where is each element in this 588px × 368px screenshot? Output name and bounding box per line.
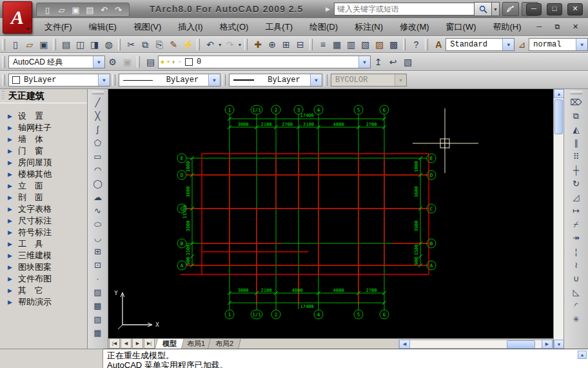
- hatch-button[interactable]: ▨: [90, 285, 106, 299]
- menu-view[interactable]: 视图(V): [125, 18, 170, 36]
- toolbar-grip[interactable]: [197, 39, 200, 50]
- tab-模型[interactable]: 模型: [155, 338, 184, 349]
- make-block-button[interactable]: ⊡: [90, 258, 106, 272]
- toolbar-grip[interactable]: [2, 39, 5, 50]
- viewport-freeze-icon[interactable]: ◐: [172, 59, 176, 66]
- minimize-button[interactable]: ─: [526, 3, 542, 15]
- first-tab-button[interactable]: |◀: [109, 338, 120, 349]
- zoom-window-button[interactable]: ⊞: [279, 37, 293, 52]
- copy-button[interactable]: ⧉: [138, 37, 152, 52]
- paste-button[interactable]: ⎘: [152, 37, 166, 52]
- fillet-button[interactable]: ◜: [569, 299, 584, 312]
- open-button[interactable]: ▱: [23, 37, 37, 52]
- ellipse-button[interactable]: ⬭: [90, 218, 106, 231]
- tool-palettes-button[interactable]: ▥: [344, 37, 358, 52]
- palette-header[interactable]: 天正建筑: [0, 89, 87, 103]
- scale-button[interactable]: ◿: [569, 190, 584, 204]
- layer-properties-manager-button[interactable]: ▤: [143, 55, 158, 69]
- redo-button[interactable]: ↷: [223, 37, 237, 52]
- dim-style-icon[interactable]: ⊿: [514, 37, 529, 52]
- close-button[interactable]: ✕: [567, 3, 583, 15]
- communication-center-button[interactable]: [502, 2, 519, 16]
- sidebar-item[interactable]: ▶帮助演示: [0, 296, 87, 308]
- sidebar-item[interactable]: ▶立 面: [0, 180, 87, 192]
- linetype-combobox[interactable]: ByLayer ▼: [119, 74, 220, 87]
- chevron-down-icon[interactable]: ▼: [208, 74, 220, 86]
- pan-button[interactable]: ✚: [251, 37, 265, 52]
- chevron-down-icon[interactable]: ▼: [358, 56, 370, 68]
- horizontal-scroll-thumb[interactable]: [507, 340, 535, 349]
- command-scroll-up-arrow[interactable]: ▲: [578, 351, 587, 359]
- chevron-down-icon[interactable]: ▼: [98, 74, 110, 86]
- markup-manager-button[interactable]: ▨: [373, 37, 387, 52]
- new-button[interactable]: ▯: [41, 5, 54, 15]
- undo-button[interactable]: ↶: [98, 5, 110, 15]
- command-window[interactable]: 正在重生成模型。AutoCAD 菜单实用程序已加载。 ▲: [103, 349, 588, 368]
- workspace-settings-button[interactable]: ⚙: [105, 55, 120, 69]
- sidebar-item[interactable]: ▶符号标注: [0, 227, 87, 238]
- dim-style-combobox[interactable]: normal▼: [529, 38, 588, 51]
- color-combobox[interactable]: ByLayer ▼: [8, 74, 110, 87]
- designcenter-button[interactable]: ▦: [330, 37, 344, 52]
- save-button[interactable]: ▣: [70, 5, 82, 15]
- stretch-button[interactable]: ↦: [569, 204, 584, 218]
- help-button[interactable]: ?: [409, 37, 423, 52]
- open-button[interactable]: ▱: [55, 5, 68, 15]
- construction-line-button[interactable]: ╳: [90, 109, 106, 123]
- undo-button[interactable]: ↶: [203, 37, 217, 52]
- vertical-scroll-thumb[interactable]: [554, 99, 563, 134]
- menu-dimension[interactable]: 标注(N): [346, 18, 391, 36]
- text-style-combobox[interactable]: Standard▼: [446, 38, 514, 51]
- menu-modify[interactable]: 修改(M): [391, 18, 438, 36]
- sidebar-item[interactable]: ▶房间屋顶: [0, 157, 87, 169]
- toolbar-grip[interactable]: [244, 39, 248, 50]
- maximize-button[interactable]: □: [547, 3, 562, 15]
- vertical-scrollbar[interactable]: ▲ ▼: [553, 89, 564, 349]
- region-button[interactable]: ▧: [90, 312, 106, 326]
- match-properties-button[interactable]: ✎: [166, 37, 181, 52]
- plot-button[interactable]: ▤: [59, 37, 74, 52]
- menu-help[interactable]: 帮助(H): [485, 18, 530, 36]
- bulb-icon[interactable]: ●: [161, 59, 164, 66]
- toolbar-grip[interactable]: [137, 56, 140, 68]
- mirror-button[interactable]: ◭: [569, 123, 584, 136]
- drawing-canvas[interactable]: 111/11/1223445566EEDDCCBBAA1740030002100…: [108, 89, 553, 338]
- toolbar-grip[interactable]: [118, 39, 121, 50]
- toolbar-grip[interactable]: [92, 91, 104, 94]
- scroll-right-arrow[interactable]: ▶: [542, 340, 553, 349]
- explode-button[interactable]: ✳: [569, 312, 584, 326]
- scroll-up-arrow[interactable]: ▲: [554, 89, 564, 98]
- menu-insert[interactable]: 插入(I): [170, 18, 211, 36]
- chamfer-button[interactable]: ◺: [569, 285, 584, 299]
- sidebar-item[interactable]: ▶剖 面: [0, 192, 87, 203]
- layer-states-button[interactable]: ▧: [400, 55, 415, 69]
- chevron-down-icon[interactable]: ▼: [576, 39, 587, 50]
- save-button[interactable]: ▣: [37, 37, 51, 52]
- sidebar-item[interactable]: ▶设 置: [0, 110, 87, 122]
- new-button[interactable]: ▯: [8, 37, 23, 52]
- toolbar-grip[interactable]: [222, 74, 226, 86]
- copy-button[interactable]: ⧉: [569, 109, 584, 123]
- mdi-minimize-button[interactable]: ─: [533, 22, 545, 32]
- layer-previous-button[interactable]: ↩: [386, 55, 400, 69]
- palette-grip[interactable]: [2, 91, 5, 101]
- menu-window[interactable]: 窗口(W): [438, 18, 485, 36]
- chevron-down-icon[interactable]: ▼: [310, 74, 322, 86]
- toolbar-grip[interactable]: [2, 74, 5, 86]
- chevron-down-icon[interactable]: ▼: [93, 56, 104, 68]
- extend-button[interactable]: ↠: [569, 231, 584, 245]
- undo-dropdown-caret[interactable]: ▼: [217, 37, 223, 52]
- block-editor-button[interactable]: ⚡: [181, 37, 195, 52]
- table-button[interactable]: ▦: [90, 326, 106, 340]
- toolbar-grip[interactable]: [324, 74, 328, 86]
- rotate-button[interactable]: ↻: [569, 177, 584, 190]
- gradient-button[interactable]: ▩: [90, 299, 106, 312]
- arc-button[interactable]: ◠: [90, 163, 106, 177]
- dwf-button[interactable]: ◍: [102, 37, 116, 52]
- quickcalc-button[interactable]: ▩: [387, 37, 401, 52]
- break-at-point-button[interactable]: ¦: [569, 245, 584, 258]
- break-button[interactable]: ≀: [569, 258, 584, 272]
- next-tab-button[interactable]: ▶: [132, 338, 143, 349]
- ellipse-arc-button[interactable]: ◡: [90, 231, 106, 245]
- chevron-down-icon[interactable]: ▼: [502, 39, 514, 50]
